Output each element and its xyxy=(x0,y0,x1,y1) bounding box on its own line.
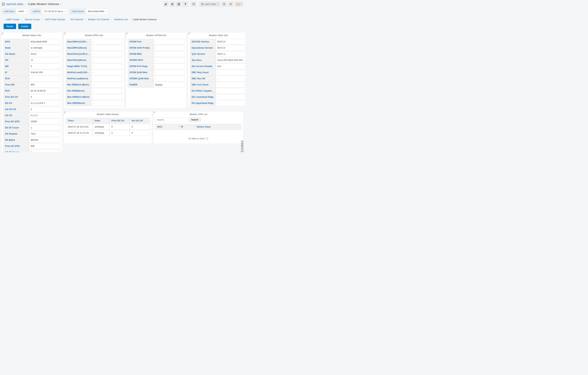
kv-value: - xyxy=(91,63,122,69)
col-device-class[interactable]: Device Class xyxy=(195,124,242,130)
kv-value: - xyxy=(91,45,122,51)
grid-icon[interactable] xyxy=(2,2,5,6)
col-time[interactable]: Time▾ xyxy=(66,118,93,123)
add-panel-button[interactable]: + xyxy=(163,1,168,7)
kv-key: State xyxy=(3,45,29,51)
kv-key: Prim US SFID xyxy=(3,143,29,149)
kv-value: true xyxy=(216,63,245,69)
svg-rect-1 xyxy=(165,4,166,5)
cpe-search-input[interactable] xyxy=(155,117,187,122)
settings-button[interactable] xyxy=(183,1,188,7)
var-cnbr-name[interactable]: cnBR Name cnbr6▾ xyxy=(2,9,28,14)
kv-key: DS Lowerband Edge xyxy=(190,94,216,100)
cpe-search-button[interactable]: Search xyxy=(189,117,201,122)
col-ip[interactable]: IP xyxy=(179,124,195,130)
kv-row: Init US CH0 xyxy=(3,106,60,112)
kv-key: DBC Ack Count xyxy=(190,82,216,88)
kv-value: DOC3.0 xyxy=(216,39,245,45)
kv-row: Neq(1.6MHz TxCh)- xyxy=(66,63,122,69)
kv-row: Prim DS SFID10506 xyxy=(3,119,60,124)
table-cell: 0 xyxy=(130,130,150,136)
info-icon[interactable]: i xyxy=(2,32,2,34)
info-icon[interactable]: i xyxy=(64,32,64,34)
kv-value: 602a.d0a6.4094 xyxy=(29,39,60,45)
kv-row: MaxChPwr(1/100 d…- xyxy=(66,51,122,57)
table-cell: online(pt) xyxy=(93,130,109,136)
crumb-link[interactable]: cnBR Cluster xyxy=(6,18,20,21)
crumb-link[interactable]: Modems List xyxy=(114,18,128,21)
var-cnbr-id[interactable]: cnBR ID 172.25.29.37.nip.io▾ xyxy=(31,9,67,14)
kv-key: Net Access Disable xyxy=(190,63,216,69)
kv-row: OFDM Unfit Prof(s)- xyxy=(128,45,185,51)
svg-rect-0 xyxy=(165,4,165,5)
refresh-button[interactable] xyxy=(228,1,233,7)
chevron-down-icon: ▾ xyxy=(64,10,65,12)
kv-key: DBC Res OK xyxy=(190,76,216,81)
kv-row: DBC Res OK- xyxy=(190,76,245,81)
action-buttons: Reset Delete xyxy=(0,23,245,32)
table-cell: 2020-07-18 16:14:41 xyxy=(66,124,93,130)
template-variables: cnBR Name cnbr6▾ cnBR ID 172.25.29.37.ni… xyxy=(0,7,245,14)
table-cell: 0 xyxy=(109,130,130,136)
kv-key: SG xyxy=(3,57,29,63)
table-row: 2020-07-18 16:14:41online(pt)00 xyxy=(66,124,150,130)
info-icon[interactable]: i xyxy=(126,32,127,34)
kv-value: - xyxy=(216,100,245,106)
crumb-link[interactable]: Service Group xyxy=(25,18,40,21)
kv-row: RxMERDisplay xyxy=(128,82,185,88)
help-icon[interactable]: ? xyxy=(206,137,208,140)
page-title[interactable]: Cable Modem Verbose ▾ xyxy=(28,2,61,6)
info-icon[interactable]: i xyxy=(64,111,64,113)
kv-value: 1 xyxy=(29,125,60,131)
kv-key: OFDM Prof xyxy=(128,39,153,45)
refresh-interval-button[interactable]: 10s▾ xyxy=(234,1,243,7)
kv-value: 506 xyxy=(29,82,60,88)
kv-key: DBC Req Count xyxy=(190,70,216,75)
kv-value: - xyxy=(29,76,60,81)
kv-row: Operational VersionDOC3.0 xyxy=(190,45,245,51)
kv-row: MD0 xyxy=(3,63,60,69)
col-mac[interactable]: MAC xyxy=(155,124,179,130)
kv-value: - xyxy=(153,45,185,51)
kv-key: MaxChPwr(1/100 d… xyxy=(66,51,91,57)
kv-row: DOCSIS VersionDOC3.0 xyxy=(190,39,245,45)
col-state[interactable]: State xyxy=(93,118,109,123)
kv-row: RCP00 10 18 80 62 xyxy=(3,88,60,94)
kv-value: - xyxy=(216,76,245,81)
kv-key: Prim DS CH xyxy=(3,94,29,100)
breadcrumb-root[interactable]: opshub-data xyxy=(6,2,23,6)
col-init-us-ch[interactable]: Init US CH xyxy=(130,118,150,123)
kv-key: DS Packets xyxy=(3,131,29,137)
col-prim-ds-ch[interactable]: Prim DS CH xyxy=(109,118,130,123)
kv-value: - xyxy=(153,63,185,69)
svg-rect-8 xyxy=(193,3,195,5)
kv-row: DBC Req Count- xyxy=(190,70,245,75)
kv-row: OFDMA MTC- xyxy=(128,57,185,63)
time-range-button[interactable]: Last 1 hour ▾ xyxy=(199,1,220,7)
zoom-out-button[interactable] xyxy=(221,1,227,7)
kv-value: - xyxy=(153,76,185,81)
crumb-link[interactable]: DS Channel xyxy=(70,18,83,21)
share-button[interactable] xyxy=(170,1,175,7)
delete-button[interactable]: Delete xyxy=(18,24,31,29)
table-cell: online(pt) xyxy=(93,124,109,130)
kv-key: Max DRW(Norm) xyxy=(66,100,91,106)
kv-key: MaxCMPwr(1/100 … xyxy=(66,39,91,45)
kv-key: Neq(1.6MHz TxCh) xyxy=(66,63,91,69)
cycle-view-button[interactable] xyxy=(191,1,196,7)
info-icon[interactable]: i xyxy=(154,111,154,113)
var-cable-modem[interactable]: Cable Modem 602a.d0a6.4094▾ xyxy=(70,9,108,14)
save-button[interactable] xyxy=(176,1,181,7)
info-icon[interactable]: i xyxy=(189,32,189,34)
kv-row: OFDMA QAM Mod- xyxy=(128,76,185,81)
kv-key: QoS Version xyxy=(190,51,216,57)
kv-value: 865328 xyxy=(29,137,60,143)
chevron-down-icon: ▾ xyxy=(105,10,106,12)
kv-value: 12 xyxy=(29,57,60,63)
crumb-link[interactable]: CMTS Mac Domain xyxy=(45,18,65,21)
crumb-link[interactable]: Modem US Channel xyxy=(88,18,109,21)
kv-key: OFDM Prof Supp xyxy=(128,63,153,69)
kv-row: MinPwrLoad(Norm)- xyxy=(66,76,122,81)
reset-button[interactable]: Reset xyxy=(4,24,16,29)
kv-row: IPv6- xyxy=(3,76,60,81)
